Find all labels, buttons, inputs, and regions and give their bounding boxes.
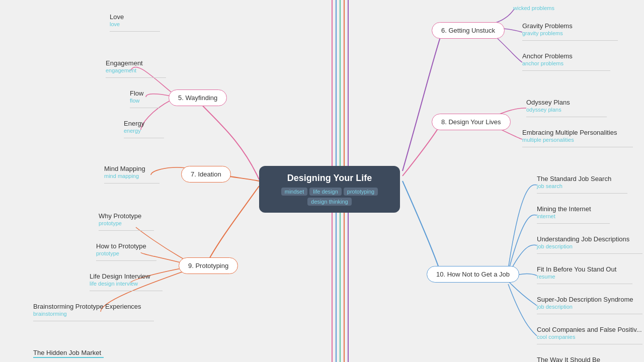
leaf-the-way[interactable]: The Way It Should Be — [537, 356, 600, 362]
chapter-9-label: 9. Prototyping — [188, 262, 228, 269]
leaf-fit-in[interactable]: Fit In Before You Stand Out resume — [537, 265, 616, 280]
fit-in-underline — [537, 284, 632, 284]
super-job-underline — [537, 314, 642, 314]
mind-map-canvas: Designing Your Life mindset life design … — [0, 0, 644, 362]
chapter-5-node[interactable]: 5. Wayfinding — [169, 89, 227, 106]
chapter-8-label: 8. Design Your Lives — [441, 118, 501, 126]
chapter-6-node[interactable]: 6. Getting Unstuck — [432, 22, 505, 39]
leaf-why-prototype-underline — [99, 230, 154, 231]
leaf-mining-internet-tag: internet — [537, 213, 591, 219]
leaf-life-design-interview-tag: life design interview — [90, 281, 150, 287]
leaf-flow-underline — [130, 108, 160, 108]
cool-companies-underline — [537, 344, 642, 344]
chapter-10-label: 10. How Not to Get a Job — [436, 270, 510, 278]
chapter-9-node[interactable]: 9. Prototyping — [179, 257, 238, 274]
leaf-flow[interactable]: Flow flow — [130, 89, 143, 104]
tag-life-design: life design — [309, 188, 342, 196]
leaf-super-job-tag: job description — [537, 304, 633, 310]
leaf-hidden-job-market[interactable]: The Hidden Job Market — [33, 349, 104, 358]
leaf-fit-in-tag: resume — [537, 274, 616, 280]
leaf-energy-tag: energy — [124, 128, 144, 134]
leaf-energy-underline — [124, 138, 164, 138]
leaf-super-job-title: Super-Job Description Syndrome — [537, 296, 633, 303]
leaf-gravity-problems-tag: gravity problems — [522, 30, 573, 36]
leaf-flow-title: Flow — [130, 89, 143, 97]
leaf-why-prototype-tag: prototype — [99, 220, 141, 226]
job-desc-underline — [537, 253, 642, 254]
leaf-engagement-tag: engagement — [106, 67, 143, 73]
chapter-7-node[interactable]: 7. Ideation — [181, 166, 231, 183]
leaf-mind-mapping-underline — [104, 183, 159, 184]
leaf-job-descriptions-tag: job description — [537, 243, 629, 249]
standard-job-underline — [537, 193, 627, 194]
chapter-10-node[interactable]: 10. How Not to Get a Job — [427, 266, 519, 283]
leaf-standard-job-search-tag: job search — [537, 183, 611, 189]
tag-prototyping: prototyping — [344, 188, 378, 196]
leaf-super-job[interactable]: Super-Job Description Syndrome job descr… — [537, 296, 633, 310]
leaf-love-underline — [110, 31, 160, 32]
mining-underline — [537, 223, 610, 224]
leaf-job-descriptions-title: Understanding Job Descriptions — [537, 235, 629, 243]
leaf-anchor-problems[interactable]: Anchor Problems anchor problems — [522, 52, 573, 66]
leaf-multiple-personalities-tag: multiple personalities — [522, 137, 617, 143]
leaf-mind-mapping-title: Mind Mapping — [104, 165, 145, 172]
leaf-anchor-problems-tag: anchor problems — [522, 60, 573, 66]
leaf-gravity-problems-title: Gravity Problems — [522, 22, 573, 30]
leaf-love-title: Love — [110, 13, 124, 21]
leaf-brainstorming-title: Brainstorming Prototype Experiences — [33, 303, 141, 310]
leaf-love-tag: love — [110, 21, 124, 27]
leaf-wicked-problems-tag: wicked problems — [513, 5, 554, 11]
leaf-love[interactable]: Love love — [110, 13, 124, 27]
leaf-cool-companies-title: Cool Companies and False Positiv... — [537, 326, 642, 333]
leaf-engagement[interactable]: Engagement engagement — [106, 59, 143, 73]
leaf-hidden-job-market-tag — [33, 357, 104, 358]
leaf-energy-title: Energy — [124, 120, 144, 127]
leaf-standard-job-search[interactable]: The Standard Job Search job search — [537, 175, 611, 189]
leaf-multiple-personalities-title: Embracing Multiple Personalities — [522, 129, 617, 136]
leaf-mining-internet-title: Mining the Internet — [537, 205, 591, 213]
chapter-6-label: 6. Getting Unstuck — [441, 27, 495, 34]
leaf-odyssey-plans[interactable]: Odyssey Plans odyssey plans — [526, 99, 570, 113]
tag-mindset: mindset — [281, 188, 308, 196]
leaf-how-to-prototype-title: How to Prototype — [96, 242, 146, 250]
leaf-mind-mapping[interactable]: Mind Mapping mind mapping — [104, 165, 145, 179]
leaf-gravity-problems[interactable]: Gravity Problems gravity problems — [522, 22, 573, 36]
odyssey-underline — [526, 117, 607, 117]
leaf-engagement-title: Engagement — [106, 59, 143, 67]
leaf-brainstorming[interactable]: Brainstorming Prototype Experiences brai… — [33, 303, 141, 317]
leaf-mining-internet[interactable]: Mining the Internet internet — [537, 205, 591, 219]
leaf-life-design-interview-title: Life Design Interview — [90, 273, 150, 280]
leaf-cool-companies-tag: cool companies — [537, 334, 642, 340]
chapter-7-label: 7. Ideation — [191, 170, 221, 178]
leaf-the-way-title: The Way It Should Be — [537, 356, 600, 362]
chapter-8-node[interactable]: 8. Design Your Lives — [432, 114, 511, 130]
center-node-title: Designing Your Life — [271, 173, 388, 184]
leaf-mind-mapping-tag: mind mapping — [104, 173, 145, 179]
chapter-5-label: 5. Wayfinding — [178, 94, 217, 102]
leaf-standard-job-search-title: The Standard Job Search — [537, 175, 611, 183]
leaf-why-prototype-title: Why Prototype — [99, 212, 141, 220]
leaf-anchor-problems-title: Anchor Problems — [522, 52, 573, 60]
leaf-odyssey-plans-title: Odyssey Plans — [526, 99, 570, 106]
leaf-wicked-problems[interactable]: wicked problems — [513, 3, 554, 12]
anchor-underline — [522, 70, 610, 71]
leaf-fit-in-title: Fit In Before You Stand Out — [537, 265, 616, 273]
leaf-brainstorming-tag: brainstorming — [33, 311, 141, 317]
leaf-life-design-interview[interactable]: Life Design Interview life design interv… — [90, 273, 150, 287]
leaf-job-descriptions[interactable]: Understanding Job Descriptions job descr… — [537, 235, 629, 249]
center-node-tags: mindset life design prototyping design t… — [271, 188, 388, 206]
center-node[interactable]: Designing Your Life mindset life design … — [259, 166, 400, 213]
leaf-hidden-job-market-title: The Hidden Job Market — [33, 349, 104, 356]
leaf-odyssey-plans-tag: odyssey plans — [526, 107, 570, 113]
leaf-how-to-prototype-tag: prototype — [96, 250, 146, 256]
leaf-brainstorming-underline — [33, 321, 154, 321]
leaf-how-to-prototype[interactable]: How to Prototype prototype — [96, 242, 146, 256]
leaf-energy[interactable]: Energy energy — [124, 120, 144, 134]
leaf-how-to-prototype-underline — [96, 260, 156, 261]
leaf-cool-companies[interactable]: Cool Companies and False Positiv... cool… — [537, 326, 642, 340]
leaf-engagement-underline — [106, 77, 166, 78]
leaf-flow-tag: flow — [130, 98, 143, 104]
leaf-multiple-personalities[interactable]: Embracing Multiple Personalities multipl… — [522, 129, 617, 143]
gravity-underline — [522, 40, 618, 41]
leaf-why-prototype[interactable]: Why Prototype prototype — [99, 212, 141, 226]
